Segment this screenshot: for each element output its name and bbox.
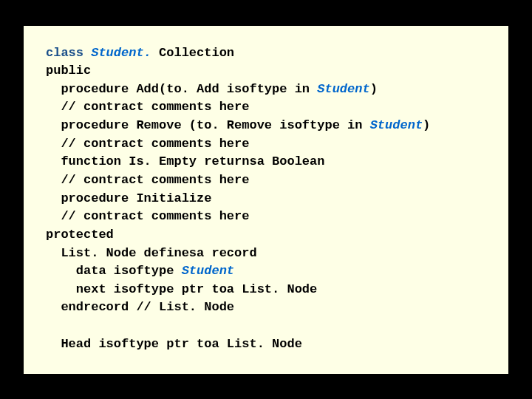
line-1-kw: class — [46, 46, 91, 60]
line-11: protected — [46, 228, 114, 242]
line-15: endrecord // List. Node — [46, 300, 234, 314]
line-9: procedure Initialize — [46, 191, 211, 205]
line-5a: procedure Remove (to. Remove isoftype in — [46, 118, 370, 132]
code-slide: class Student. Collection public procedu… — [22, 24, 510, 375]
line-3a: procedure Add(to. Add isoftype in — [46, 82, 317, 96]
line-1-type: Student. — [91, 46, 151, 60]
line-5c: ) — [423, 118, 430, 132]
line-14: next isoftype ptr toa List. Node — [46, 282, 317, 296]
line-6: // contract comments here — [46, 137, 249, 151]
line-13b: Student — [182, 264, 234, 278]
line-2: public — [46, 64, 91, 78]
line-3b: Student — [317, 82, 369, 96]
line-7: function Is. Empty returnsa Boolean — [46, 154, 324, 168]
code-block: class Student. Collection public procedu… — [46, 44, 486, 354]
line-3c: ) — [370, 82, 378, 96]
line-10: // contract comments here — [46, 209, 249, 223]
line-5b: Student — [370, 118, 423, 132]
line-12: List. Node definesa record — [46, 246, 257, 260]
line-8: // contract comments here — [46, 173, 249, 187]
line-13a: data isoftype — [46, 264, 182, 278]
line-17: Head isoftype ptr toa List. Node — [46, 337, 302, 351]
line-1-rest: Collection — [151, 46, 234, 60]
line-4: // contract comments here — [46, 100, 249, 114]
